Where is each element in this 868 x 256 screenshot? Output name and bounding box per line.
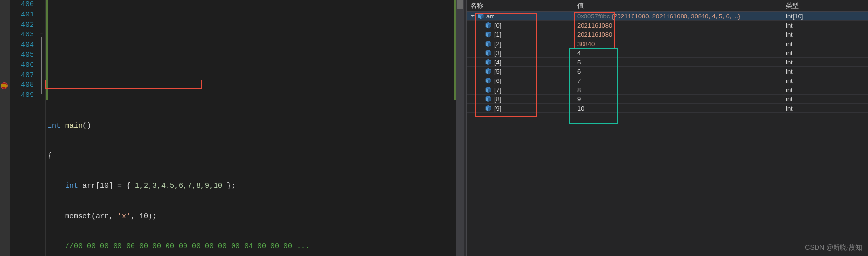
watch-cell-type: int [782, 67, 868, 76]
code-line[interactable] [48, 61, 464, 71]
value-text: 10 [577, 105, 584, 112]
watch-cell-name[interactable]: [0] [467, 21, 573, 30]
watermark: CSDN @新晓·故知 [805, 243, 862, 252]
address-text: 0x0057f8bc [577, 13, 612, 20]
variable-name: [9] [494, 104, 501, 113]
value-text: 8 [577, 86, 581, 94]
watch-cell-value[interactable]: 0x0057f8bc {2021161080, 2021161080, 3084… [573, 12, 782, 21]
variable-icon [485, 49, 492, 56]
value-text: 9 [577, 96, 581, 103]
code-line[interactable] [48, 30, 464, 40]
watch-cell-name[interactable]: [6] [467, 76, 573, 85]
watch-cell-name[interactable]: [9] [467, 104, 573, 113]
fold-margin[interactable]: − [39, 0, 46, 256]
watch-cell-type: int [782, 76, 868, 85]
variable-name: [3] [494, 48, 501, 58]
variable-icon [485, 77, 492, 84]
watch-cell-name[interactable]: [3] [467, 48, 573, 58]
line-number-gutter: 400 401 402 403 404 405 406 407 408 409 [10, 0, 39, 256]
variable-icon [485, 68, 492, 75]
variable-name: arr [486, 12, 494, 21]
watch-panel: 名称 值 类型 arr0x0057f8bc {2021161080, 20211… [467, 0, 868, 256]
variable-icon [485, 22, 492, 29]
watch-cell-name[interactable]: [2] [467, 39, 573, 48]
watch-row[interactable]: [9]10int [467, 104, 868, 113]
value-text: 7 [577, 77, 581, 84]
watch-cell-value[interactable]: 2021161080 [573, 21, 782, 30]
line-number: 407 [10, 71, 34, 81]
line-number: 403 [10, 30, 34, 40]
variable-icon [485, 96, 492, 102]
code-line[interactable] [48, 91, 464, 101]
watch-cell-value[interactable]: 6 [573, 67, 782, 76]
watch-cell-value[interactable]: 8 [573, 85, 782, 95]
watch-cell-value[interactable]: 7 [573, 76, 782, 85]
watch-row[interactable]: [4]5int [467, 58, 868, 67]
code-line[interactable]: //00 00 00 00 00 00 00 00 00 00 00 00 00… [48, 242, 464, 252]
watch-row[interactable]: arr0x0057f8bc {2021161080, 2021161080, 3… [467, 12, 868, 21]
watch-cell-value[interactable]: 5 [573, 58, 782, 67]
code-line[interactable]: memset(arr, 'x', 10); [48, 212, 464, 222]
watch-cell-name[interactable]: [5] [467, 67, 573, 76]
value-text: {2021161080, 2021161080, 30840, 4, 5, 6,… [612, 13, 740, 20]
code-editor-pane: 400 401 402 403 404 405 406 407 408 409 … [0, 0, 464, 256]
line-number: 402 [10, 20, 34, 31]
variable-name: [4] [494, 58, 501, 67]
watch-row[interactable]: [5]6int [467, 67, 868, 76]
watch-cell-name[interactable]: arr [467, 12, 573, 21]
watch-cell-name[interactable]: [4] [467, 58, 573, 67]
watch-row[interactable]: [6]7int [467, 76, 868, 85]
variable-name: [1] [494, 30, 501, 39]
line-number: 405 [10, 50, 34, 61]
watch-cell-value[interactable]: 9 [573, 95, 782, 104]
value-text: 2021161080 [577, 22, 612, 29]
vertical-scrollbar[interactable] [456, 0, 464, 256]
watch-cell-value[interactable]: 30840 [573, 39, 782, 48]
scrollbar-thumb[interactable] [457, 0, 463, 9]
breakpoint-margin[interactable] [0, 0, 10, 256]
watch-cell-type: int [782, 85, 868, 95]
change-indicator [46, 0, 48, 100]
variable-icon [485, 31, 492, 38]
code-line[interactable]: int main() [48, 121, 464, 131]
variable-icon [485, 86, 492, 93]
variable-icon [485, 105, 492, 112]
watch-cell-type: int [782, 48, 868, 58]
code-text-area[interactable]: int main() { int arr[10] = { 1,2,3,4,5,6… [46, 0, 464, 256]
variable-icon [477, 13, 484, 19]
watch-cell-name[interactable]: [8] [467, 95, 573, 104]
watch-cell-value[interactable]: 4 [573, 48, 782, 58]
watch-header-name[interactable]: 名称 [467, 0, 573, 12]
line-number: 401 [10, 10, 34, 20]
code-line[interactable]: { [48, 151, 464, 161]
variable-name: [7] [494, 85, 501, 95]
fold-guide [41, 37, 42, 94]
annotation-box [45, 80, 202, 89]
watch-row[interactable]: [0]2021161080int [467, 21, 868, 30]
value-text: 2021161080 [577, 31, 612, 38]
code-line[interactable]: int arr[10] = { 1,2,3,4,5,6,7,8,9,10 }; [48, 181, 464, 192]
watch-row[interactable]: [7]8int [467, 85, 868, 95]
line-number: 409 [10, 91, 34, 101]
watch-header-value[interactable]: 值 [573, 0, 782, 12]
watch-row[interactable]: [8]9int [467, 95, 868, 104]
line-number: 408 [10, 80, 34, 91]
watch-cell-name[interactable]: [1] [467, 30, 573, 39]
variable-name: [8] [494, 95, 501, 104]
watch-row[interactable]: [1]2021161080int [467, 30, 868, 39]
watch-row[interactable]: [3]4int [467, 48, 868, 58]
variable-name: [6] [494, 76, 501, 85]
fold-toggle-icon[interactable]: − [39, 32, 44, 37]
variable-name: [2] [494, 39, 501, 48]
watch-header-type[interactable]: 类型 [782, 0, 868, 12]
value-text: 6 [577, 68, 581, 75]
variable-name: [0] [494, 21, 501, 30]
value-text: 4 [577, 49, 581, 57]
watch-row[interactable]: [2]30840int [467, 39, 868, 48]
watch-cell-value[interactable]: 10 [573, 104, 782, 113]
watch-cell-value[interactable]: 2021161080 [573, 30, 782, 39]
watch-cell-type: int [782, 21, 868, 30]
expander-icon[interactable] [470, 14, 475, 18]
watch-cell-type: int [782, 30, 868, 39]
watch-cell-name[interactable]: [7] [467, 85, 573, 95]
